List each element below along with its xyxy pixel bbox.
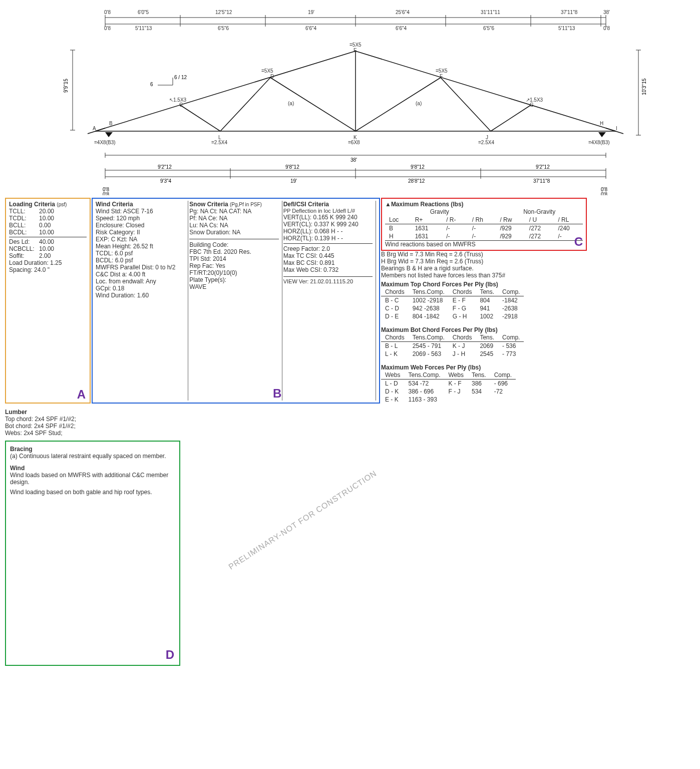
svg-marker-47 xyxy=(598,132,606,137)
svg-text:I: I xyxy=(616,126,617,131)
svg-text:E: E xyxy=(354,48,357,53)
svg-text:6'6"4: 6'6"4 xyxy=(305,26,317,31)
label-a: A xyxy=(77,388,86,402)
svg-text:6'6"4: 6'6"4 xyxy=(396,26,407,31)
label-d: D xyxy=(166,648,174,662)
svg-line-39 xyxy=(270,78,356,131)
svg-line-42 xyxy=(441,78,491,131)
svg-marker-46 xyxy=(105,132,113,137)
svg-text:9'3"4: 9'3"4 xyxy=(160,178,172,184)
svg-text:↖1.5X3: ↖1.5X3 xyxy=(169,97,187,103)
svg-text:37'11"8: 37'11"8 xyxy=(533,178,550,184)
label-b: B xyxy=(273,387,281,401)
svg-line-38 xyxy=(220,78,270,131)
svg-text:9'2"12: 9'2"12 xyxy=(158,164,172,170)
svg-text:0'8: 0'8 xyxy=(603,26,610,31)
svg-text:A: A xyxy=(93,126,96,131)
truss-drawing: 0'8 6'0"5 12'5"12 19' 25'6"4 31'11"11 37… xyxy=(5,5,695,195)
svg-text:=5X5: =5X5 xyxy=(436,68,448,74)
svg-text:H: H xyxy=(600,121,603,126)
svg-line-37 xyxy=(180,105,220,131)
criteria-row: Loading Criteria (psf) TCLL:20.00 TCDL:1… xyxy=(5,198,695,404)
svg-text:6'5"6: 6'5"6 xyxy=(218,26,229,31)
truss-svg: 0'8 6'0"5 12'5"12 19' 25'6"4 31'11"11 37… xyxy=(5,5,695,195)
svg-text:(a): (a) xyxy=(416,101,422,106)
label-c: C xyxy=(574,235,583,249)
svg-text:0'8: 0'8 xyxy=(104,26,111,31)
bracing-wind-box: Bracing (a) Continuous lateral restraint… xyxy=(5,441,180,666)
svg-text:=6X8: =6X8 xyxy=(348,140,360,145)
svg-text:6 / 12: 6 / 12 xyxy=(174,75,187,80)
svg-text:0'8: 0'8 xyxy=(104,10,111,15)
svg-text:6'5"6: 6'5"6 xyxy=(483,26,495,31)
svg-text:38': 38' xyxy=(351,157,357,163)
snow-bcode: Snow Criteria (Pg,Pf in PSF) Pg: NA Ct: … xyxy=(189,201,282,401)
svg-text:G: G xyxy=(530,102,534,108)
svg-text:B: B xyxy=(109,121,113,126)
svg-text:28'8"12: 28'8"12 xyxy=(408,178,425,184)
svg-text:9'8"12: 9'8"12 xyxy=(411,164,425,170)
svg-text:0'8: 0'8 xyxy=(103,192,109,195)
wind-criteria: Wind Criteria Wind Std: ASCE 7-16Speed: … xyxy=(96,201,188,401)
svg-line-35 xyxy=(95,51,356,131)
svg-text:6'0"5: 6'0"5 xyxy=(138,10,149,15)
svg-text:12'5"12: 12'5"12 xyxy=(215,10,232,15)
svg-text:(a): (a) xyxy=(288,101,294,106)
svg-text:9'2"12: 9'2"12 xyxy=(536,164,550,170)
svg-text:=4X8(B3): =4X8(B3) xyxy=(94,140,116,145)
svg-line-41 xyxy=(356,78,441,131)
svg-line-43 xyxy=(491,105,531,131)
svg-text:=4X8(B3): =4X8(B3) xyxy=(588,140,610,145)
loading-criteria-box: Loading Criteria (psf) TCLL:20.00 TCDL:1… xyxy=(5,198,91,404)
svg-text:10'3"15: 10'3"15 xyxy=(641,78,647,95)
svg-text:6: 6 xyxy=(150,82,153,87)
svg-text:25'6"4: 25'6"4 xyxy=(396,10,410,15)
svg-text:F: F xyxy=(440,74,443,79)
svg-text:5'11"13: 5'11"13 xyxy=(135,26,152,31)
svg-text:D: D xyxy=(270,74,274,79)
svg-text:19': 19' xyxy=(290,178,297,184)
svg-text:9'9"15: 9'9"15 xyxy=(63,79,69,93)
svg-text:0'8: 0'8 xyxy=(601,192,607,195)
svg-text:=5X5: =5X5 xyxy=(349,42,362,48)
svg-text:=2.5X4: =2.5X4 xyxy=(478,140,494,145)
svg-text:19': 19' xyxy=(308,10,314,15)
svg-line-36 xyxy=(356,51,616,131)
svg-text:=2.5X4: =2.5X4 xyxy=(211,140,227,145)
reactions-box: ▲Maximum Reactions (lbs) GravityNon-Grav… xyxy=(381,198,587,251)
wind-snow-code-box: Wind Criteria Wind Std: ASCE 7-16Speed: … xyxy=(92,198,380,404)
svg-text:=5X5: =5X5 xyxy=(261,68,273,74)
svg-text:31'11"11: 31'11"11 xyxy=(481,10,500,15)
lower-section: Lumber Top chord: 2x4 SPF #1/#2;Bot chor… xyxy=(5,409,695,666)
svg-text:9'8"12: 9'8"12 xyxy=(285,164,299,170)
svg-text:37'11"8: 37'11"8 xyxy=(561,10,578,15)
svg-text:↗1.5X3: ↗1.5X3 xyxy=(526,97,543,103)
defl-csi: Defl/CSI Criteria PP Deflection in loc L… xyxy=(283,201,376,401)
svg-text:38': 38' xyxy=(603,10,610,15)
right-column: ▲Maximum Reactions (lbs) GravityNon-Grav… xyxy=(381,198,596,404)
loading-title: Loading Criteria xyxy=(9,201,55,208)
svg-text:C: C xyxy=(179,102,183,108)
svg-text:5'11"13: 5'11"13 xyxy=(558,26,575,31)
